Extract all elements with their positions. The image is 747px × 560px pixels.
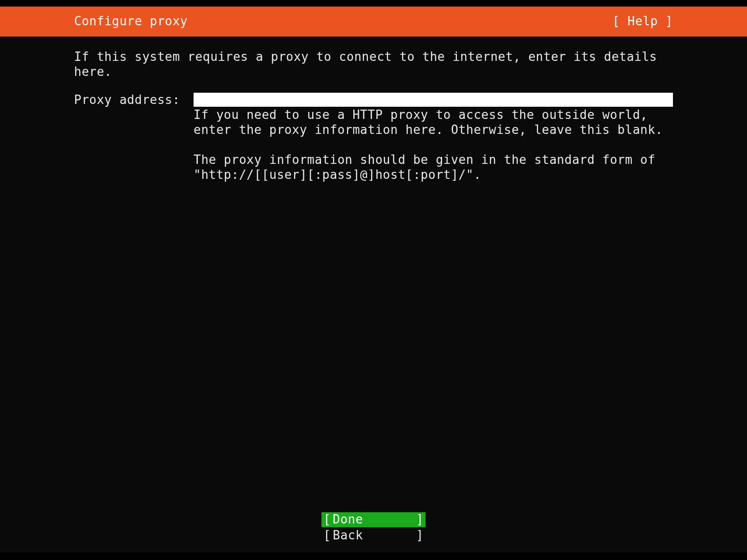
back-button-label: Back <box>332 528 415 543</box>
header-bar: Configure proxy [ Help ] <box>0 7 747 37</box>
proxy-hint: If you need to use a HTTP proxy to acces… <box>194 108 673 183</box>
help-button[interactable]: [ Help ] <box>613 14 673 29</box>
page-title: Configure proxy <box>74 14 187 29</box>
main-content: If this system requires a proxy to conne… <box>0 37 747 553</box>
done-button[interactable]: [ Done ] <box>321 512 426 527</box>
back-button[interactable]: [ Back ] <box>321 528 426 543</box>
bracket-icon: ] <box>415 528 424 543</box>
footer-buttons: [ Done ] [ Back ] <box>0 512 747 543</box>
bracket-icon: [ <box>323 512 332 527</box>
proxy-hint-line1: If you need to use a HTTP proxy to acces… <box>194 108 673 138</box>
intro-text: If this system requires a proxy to conne… <box>74 50 673 80</box>
top-border <box>0 0 747 7</box>
proxy-address-label: Proxy address: <box>74 93 194 108</box>
bottom-border <box>0 553 747 560</box>
bracket-icon: ] <box>415 512 424 527</box>
proxy-address-input[interactable] <box>194 93 673 107</box>
proxy-row: Proxy address: If you need to use a HTTP… <box>74 93 673 183</box>
proxy-hint-line2: The proxy information should be given in… <box>194 153 673 183</box>
done-button-label: Done <box>332 512 415 527</box>
bracket-icon: [ <box>323 528 332 543</box>
